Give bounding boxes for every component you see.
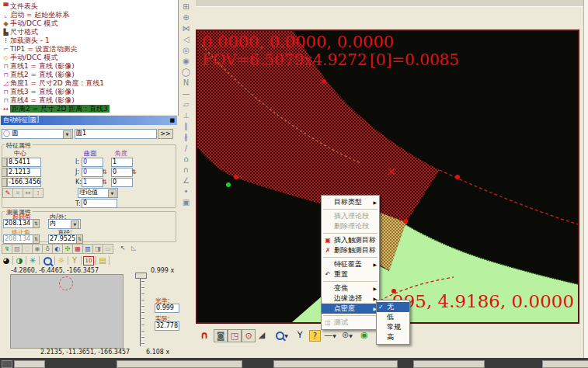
tree-item[interactable]: ⁞加载测头 - 1 (2, 36, 50, 45)
corner-icon[interactable]: ◺ (129, 244, 138, 252)
asterisk-icon[interactable]: ✳ (27, 255, 38, 266)
submenu-item-low[interactable]: 低 (377, 312, 409, 322)
parallel-icon[interactable]: ∥ (179, 121, 193, 132)
lens-icon[interactable]: ◉ (359, 329, 370, 341)
crosshair-icon[interactable]: ⊙ (242, 329, 256, 342)
slot-icon[interactable]: N (179, 78, 193, 89)
menu-item-edge-select[interactable]: 边缘选择▶ (322, 293, 379, 304)
dialog-titlebar[interactable]: 自动特征[圆] ■ (1, 116, 177, 125)
tree-item[interactable]: ⊓直线3 = 直线 (影像) (2, 88, 75, 96)
line-tool-button[interactable]: —▼ (323, 329, 337, 341)
optical-field[interactable]: 0.999 (155, 304, 179, 313)
menu-item-point-density[interactable]: 点密度▶ (322, 304, 379, 314)
live-view-canvas[interactable]: 0.0000, 0.0000, 0.0000 FOV=6.5079x4.9272… (196, 30, 579, 324)
spinner-icon[interactable]: ⇅ (102, 178, 107, 186)
angle-j-field[interactable]: 0 (111, 168, 133, 177)
distance-icon[interactable]: ⋈ (179, 23, 193, 34)
spinner-icon[interactable]: ⇅ (131, 168, 137, 176)
square-point-icon[interactable]: ▣ (179, 197, 193, 208)
menu-item-delete-theo-segment[interactable]: 删除理论段 (322, 221, 379, 231)
globe-icon[interactable]: ♁ (42, 244, 53, 254)
dots-tool-icon[interactable]: ⁝ (33, 188, 43, 198)
tree-item-selected[interactable]: ↔距离2 = 尺寸 2D 距离 : 直线3 (2, 105, 110, 113)
surface-i-field[interactable]: 0 (82, 158, 103, 167)
wedge-icon[interactable]: ◢ (256, 329, 267, 341)
angle-i-field[interactable]: 1 (111, 158, 133, 167)
perpendicular-icon[interactable]: ⊥ (179, 110, 193, 121)
tree-item[interactable]: ⊓直线1 = 直线 (影像) (2, 62, 75, 71)
magnet-icon[interactable]: ∩ (198, 329, 210, 341)
select-region-icon[interactable]: ◳ (228, 329, 242, 342)
probe-y-icon[interactable]: Y (69, 255, 80, 266)
feature-type-select[interactable]: ◯ 圆 ▼ (2, 129, 73, 139)
hit-point[interactable] (322, 79, 326, 84)
ellipse-icon[interactable]: ◯ (179, 67, 193, 78)
t-field[interactable]: 0 (82, 199, 117, 208)
menu-item-delete-hit-target[interactable]: ✗删除触测目标 (322, 245, 379, 255)
bulb-icon[interactable]: ☼ (56, 255, 67, 266)
tree-item[interactable]: ◿角度1 = 尺寸2D 角度 : 直线1 (2, 79, 104, 88)
width-tool-icon[interactable]: ↔ (23, 188, 33, 198)
hit-point[interactable] (403, 219, 408, 224)
parallelogram-icon[interactable]: ▱ (179, 99, 193, 110)
camera-icon[interactable]: ◙ (214, 329, 228, 342)
chevron-down-icon[interactable]: ▼ (108, 189, 117, 198)
tree-item[interactable]: ⌞启动 = 起始坐标系 (2, 11, 69, 19)
actual-field[interactable]: 32.778 (155, 321, 179, 331)
menu-item-zoom[interactable]: 变焦▶ (322, 283, 379, 293)
tree-item[interactable]: ◇手动/DCC 模式 (2, 54, 57, 62)
start-angle-field[interactable]: 208.134 (3, 219, 34, 228)
halfmoon-icon[interactable]: ◑ (14, 255, 25, 266)
chevron-down-icon[interactable]: ▼ (63, 130, 71, 139)
axis-toggle[interactable] (2, 158, 7, 167)
profile-icon[interactable]: ⌂ (179, 154, 193, 165)
magnifier-icon[interactable] (42, 255, 53, 266)
nonparallel-icon[interactable]: ∦ (179, 132, 193, 143)
angle-k-field[interactable]: 0 (111, 178, 133, 187)
menu-item-target-type[interactable]: 目标类型▶ (322, 197, 379, 207)
axis-toggle[interactable] (2, 178, 7, 187)
zoom-slider-handle[interactable] (135, 273, 147, 279)
submenu-item-high[interactable]: 高 (377, 332, 409, 342)
tree-item[interactable]: ⊓直线2 = 直线 (影像) (2, 71, 75, 79)
value-mode-select[interactable]: 理论值 ▼ (78, 188, 118, 198)
hit-point[interactable] (455, 175, 460, 179)
submenu-item-normal[interactable]: 常规 (377, 322, 409, 332)
grid-icon[interactable]: ⊞ (179, 2, 193, 12)
wheel-tool-button[interactable]: ⊛▼ (340, 329, 354, 341)
hit-point[interactable] (234, 175, 238, 179)
rect-icon[interactable]: ▭ (103, 244, 113, 254)
chart-red-icon[interactable]: ▦ (72, 244, 83, 254)
double-circle-icon[interactable]: ◎ (179, 45, 193, 56)
angle-icon[interactable]: ∠ (179, 175, 193, 186)
center-z-field[interactable]: -166.3456 (7, 178, 41, 187)
diameter-field[interactable]: 27.9525 (48, 234, 78, 244)
menu-item-reset[interactable]: ↶重置 (322, 269, 379, 279)
point-icon[interactable]: • (179, 186, 193, 197)
zoom-tool-button[interactable]: ▼ (273, 329, 291, 341)
menu-item-test[interactable]: ◫测试 (322, 318, 379, 328)
execute-icon[interactable]: ↯ (2, 244, 12, 254)
center-y-field[interactable]: 2.1213 (7, 168, 41, 177)
tree-item[interactable]: ▀文件表头 (2, 2, 38, 11)
line-icon[interactable]: — (179, 89, 193, 99)
arc-icon[interactable]: ∩ (179, 165, 193, 175)
circle-cross-icon[interactable]: ⊕ (179, 12, 193, 23)
arrow-nw-icon[interactable]: ↖ (118, 244, 127, 252)
expand-button[interactable]: >> (158, 129, 173, 139)
target-circle-icon[interactable]: ◉ (179, 56, 193, 67)
pie-icon[interactable]: ◕ (1, 255, 12, 266)
tree-item[interactable]: ◆手动/DCC 模式 (2, 19, 57, 28)
half-circle-icon[interactable]: ◐ (52, 244, 63, 254)
menu-item-insert-hit-target[interactable]: ▣插入触测目标 (322, 235, 379, 245)
tree-item[interactable]: ⌐TIP1 = 设置活动测尖 (2, 45, 78, 54)
cal-icon[interactable]: ▤ (97, 255, 108, 266)
spin-buttons[interactable]: ⇅ (33, 219, 40, 228)
split-icon[interactable]: ◨ (92, 244, 103, 254)
tree-item[interactable]: ▙尺寸格式 (2, 28, 38, 36)
spinner-icon[interactable]: ⇅ (102, 168, 107, 176)
hatch-icon[interactable]: ▨ (12, 244, 23, 254)
pin-icon[interactable]: ■ (169, 116, 175, 125)
triangle-icon[interactable]: ◁ (179, 34, 193, 45)
menu-item-feature-override[interactable]: 特征覆盖▶ (322, 259, 379, 269)
